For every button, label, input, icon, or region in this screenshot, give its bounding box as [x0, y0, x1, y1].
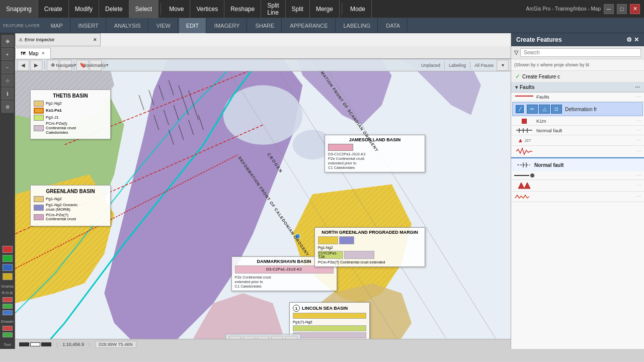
cf-filter-icon[interactable]: ⚙ — [626, 36, 632, 43]
j27-label: J27 — [524, 138, 531, 143]
north-greenland-swatches2: C1YC2Pa1-TJA — [318, 251, 422, 259]
modify-btn[interactable]: Modify — [69, 0, 99, 18]
entry-dots1[interactable]: ⋯ — [511, 171, 644, 180]
scale-seg3 — [41, 342, 51, 346]
dot-icon1 — [530, 173, 534, 177]
color-yellow[interactable] — [3, 273, 13, 280]
cf-header-btns: ⚙ ✕ — [626, 36, 639, 43]
bookmarks-dropdown[interactable]: Bookmarks — [90, 60, 102, 71]
entry-wave2[interactable]: ⋯ — [511, 192, 644, 202]
tri-symbol: ▲ J27 — [514, 137, 534, 144]
thetis-row2: Ks1-Pa1 — [34, 108, 107, 114]
tool-zoom-in[interactable]: + — [2, 48, 14, 60]
tab-view[interactable]: VIEW — [149, 18, 178, 33]
create-btn[interactable]: Create — [38, 0, 69, 18]
def-tool1[interactable]: ✏ — [527, 105, 538, 114]
close-btn[interactable]: ✕ — [630, 4, 640, 14]
greenland-label3: PCm-PZe(?)Continental crust — [46, 213, 76, 222]
tool-select[interactable]: ⊹ — [2, 74, 14, 86]
tab-map[interactable]: MAP — [44, 18, 70, 33]
tab-appearance[interactable]: APPEARANCE — [283, 18, 335, 33]
triangle-icon: ▲ — [518, 137, 524, 144]
cf-info-text: (Shown by c where proje shown by bl — [511, 59, 644, 71]
color-green[interactable] — [3, 255, 13, 262]
move-btn[interactable]: Move — [163, 0, 190, 18]
thetis-swatch3 — [34, 115, 44, 121]
swatch-g — [3, 304, 13, 309]
tab-insert[interactable]: INSERT — [71, 18, 106, 33]
reshape-btn[interactable]: Reshape — [224, 0, 261, 18]
thetis-title: THETIS BASIN — [34, 93, 107, 99]
map-canvas[interactable]: 2 ◀ ▶ ✥ Navigate 🔖 Bookmarks Unplaced La… — [15, 59, 511, 349]
def-tool2[interactable]: △ — [539, 105, 550, 114]
snapping-btn[interactable]: Snapping — [0, 0, 38, 18]
triangle-fault-item[interactable]: ▲ J27 ⋯ — [511, 135, 644, 146]
nf1-label: Normal fault — [536, 128, 562, 133]
tri2-svg — [514, 182, 532, 190]
jameson-title: JAMESON LAND BASIN — [328, 137, 422, 142]
tab-edit[interactable]: EDIT — [179, 18, 206, 33]
color-red[interactable] — [3, 246, 13, 253]
faults-section-header[interactable]: ▾ Faults ⋯ — [511, 82, 644, 93]
cf-search-input[interactable] — [520, 48, 641, 57]
feature-layer-label: FEATURE LAYER — [0, 23, 43, 28]
minimize-btn[interactable]: ─ — [604, 4, 614, 14]
tab-labeling[interactable]: LABELING — [337, 18, 378, 33]
jameson-text2: PZe Continental crustextended prior toC1… — [328, 156, 422, 170]
k1m-swatch — [522, 119, 527, 124]
faults-item[interactable]: Faults ⋯ — [511, 93, 644, 102]
dropdown-arrow-btn[interactable]: ▾ — [497, 60, 509, 71]
maximize-btn[interactable]: □ — [617, 4, 627, 14]
tool-labels: Tool — [4, 342, 11, 347]
map-container[interactable]: ⚠ Error Inspector ✕ 🗺 Map ✕ — [15, 33, 511, 349]
swatch-b — [3, 310, 13, 315]
jameson-swatch1 — [328, 144, 353, 151]
error-inspector-close[interactable]: ✕ — [93, 37, 97, 42]
delete-btn[interactable]: Delete — [99, 0, 129, 18]
normal-fault-bottom: Normal fault — [511, 157, 644, 171]
nf1-handle: ⋯ — [636, 128, 641, 133]
tool-measure[interactable]: ⊛ — [2, 101, 14, 113]
merge-btn[interactable]: Merge — [310, 0, 340, 18]
select-btn[interactable]: Select — [129, 0, 158, 18]
mto-forward[interactable]: ▶ — [30, 60, 42, 71]
navigate-dropdown[interactable]: Navigate — [60, 60, 72, 71]
drawings-label: Drawin — [1, 319, 14, 324]
faults-options-icon[interactable]: ⋯ — [635, 84, 640, 90]
map-tab-main[interactable]: 🗺 Map ✕ — [15, 48, 51, 59]
tab-data[interactable]: DATA — [379, 18, 408, 33]
normal-fault-1[interactable]: Normal fault ⋯ — [511, 126, 644, 135]
tool-pan[interactable]: ✥ — [2, 35, 14, 47]
tool-zoom-out[interactable]: − — [2, 61, 14, 73]
mto-sep4 — [444, 61, 445, 69]
k1m-item[interactable]: K1m ⋯ — [511, 117, 644, 126]
lincoln-swatch3 — [293, 332, 366, 338]
split-btn[interactable]: Split — [286, 0, 310, 18]
tab-share[interactable]: SHARE — [248, 18, 282, 33]
deformation-item[interactable]: ╱ ✏ △ ⊡ Deformation fr — [512, 102, 643, 116]
split-line-btn[interactable]: SplitLine — [261, 0, 285, 18]
main-area: ✥ + − ⊹ ℹ ⊛ Granta R:G:B Drawin Tool ⚠ E… — [0, 33, 644, 349]
tab-analysis[interactable]: ANALYSIS — [107, 18, 148, 33]
greenland-row3: PCm-PZe(?)Continental crust — [34, 213, 107, 222]
entry-triangle2[interactable]: ⋯ — [511, 180, 644, 192]
wave2-symbol — [514, 193, 534, 200]
tool-identify[interactable]: ℹ — [2, 87, 14, 100]
mode-btn[interactable]: Mode — [344, 0, 372, 18]
create-feature-btn[interactable]: Create Feature c — [522, 74, 560, 79]
color-blue[interactable] — [3, 264, 13, 271]
status-sep2: | — [89, 342, 90, 347]
create-features-header: Create Features ⚙ ✕ — [511, 33, 644, 46]
dots1-handle: ⋯ — [636, 173, 641, 178]
def-tool3[interactable]: ⊡ — [551, 105, 562, 114]
seismic-item[interactable]: ⋯ — [511, 146, 644, 157]
wave2-handle: ⋯ — [636, 194, 641, 199]
map-icon: 🗺 — [21, 51, 26, 56]
mto-back[interactable]: ◀ — [17, 60, 29, 71]
map-tab-close[interactable]: ✕ — [41, 51, 45, 56]
cf-close-icon[interactable]: ✕ — [634, 36, 639, 43]
all-pause-label: All Pause — [472, 63, 496, 68]
cf-filter-btn[interactable]: ▽ — [514, 49, 518, 56]
vertices-btn[interactable]: Vertices — [190, 0, 224, 18]
tab-imagery[interactable]: IMAGERY — [207, 18, 248, 33]
